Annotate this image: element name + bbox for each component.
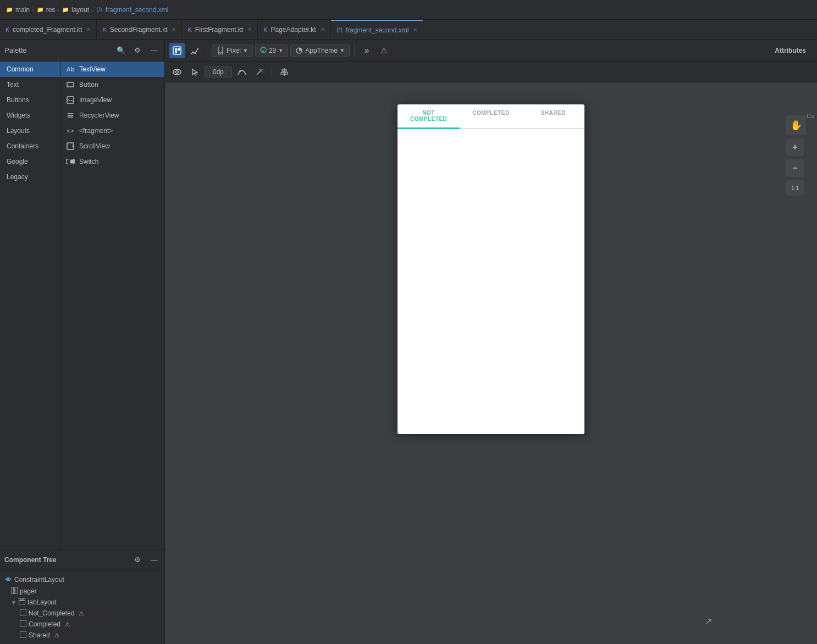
kotlin-icon-4: K xyxy=(263,26,267,33)
center-area: Pixel ▼ A 29 ▼ AppTheme ▼ » ⚠ At xyxy=(165,40,817,644)
constraint-layout-icon xyxy=(4,575,12,584)
more-options-btn[interactable]: » xyxy=(359,43,374,58)
canvas-area[interactable]: NOTCOMPLETED COMPLETED SHARED ↗ ✋ xyxy=(165,82,817,644)
recyclerview-icon xyxy=(66,111,75,120)
category-widgets[interactable]: Widgets xyxy=(0,108,60,123)
breadcrumb-item-file[interactable]: ⟨/⟩ fragment_second.xml xyxy=(96,6,169,14)
category-buttons[interactable]: Buttons xyxy=(0,92,60,108)
category-containers[interactable]: Containers xyxy=(0,138,60,154)
button-icon xyxy=(66,80,75,89)
palette-minimize-btn[interactable]: — xyxy=(148,45,160,57)
xml-icon-tab: ⟨/⟩ xyxy=(336,26,343,34)
palette-item-textview[interactable]: Ab TextView xyxy=(60,62,164,77)
resize-handle[interactable]: ↗ xyxy=(704,615,713,628)
palette-item-imageview[interactable]: ImageView xyxy=(60,92,164,108)
margin-input[interactable] xyxy=(205,66,232,77)
svg-rect-0 xyxy=(67,82,74,87)
blueprint-mode-btn[interactable] xyxy=(187,43,202,58)
zoom-out-btn[interactable]: − xyxy=(786,159,804,177)
palette-item-recyclerview[interactable]: RecyclerView xyxy=(60,108,164,123)
left-panel: Palette 🔍 ⚙ — Common Text Buttons Widget… xyxy=(0,40,165,644)
phone-tab-not-completed[interactable]: NOTCOMPLETED xyxy=(398,104,460,129)
design-mode-btn[interactable] xyxy=(169,43,185,58)
hand-tool-btn[interactable]: ✋ xyxy=(786,115,806,135)
tab-fragment-second-xml[interactable]: ⟨/⟩ fragment_second.xml ✕ xyxy=(331,20,424,39)
breadcrumb-item-layout[interactable]: 📁 layout xyxy=(62,6,89,14)
tree-node-shared[interactable]: Shared ⚠ xyxy=(0,630,164,641)
magic-tool-btn[interactable] xyxy=(252,64,267,80)
palette-content: Common Text Buttons Widgets Layouts Cont… xyxy=(0,62,164,549)
palette-item-switch[interactable]: Switch xyxy=(60,154,164,169)
sep-2 xyxy=(354,45,355,56)
warning-btn[interactable]: ⚠ xyxy=(377,43,392,58)
tree-settings-btn[interactable]: ⚙ xyxy=(131,554,143,566)
svg-point-23 xyxy=(192,51,194,53)
tree-node-completed[interactable]: Completed ⚠ xyxy=(0,619,164,630)
palette-item-fragment[interactable]: <> <fragment> xyxy=(60,123,164,138)
phone-preview: NOTCOMPLETED COMPLETED SHARED xyxy=(398,104,584,434)
warning-icon-2: ⚠ xyxy=(65,621,70,628)
not-completed-label: Not_Completed xyxy=(29,609,74,617)
tab-completed-fragment[interactable]: K completed_Fragment.kt ✕ xyxy=(0,20,97,39)
shared-label: Shared xyxy=(29,631,50,639)
device-chevron: ▼ xyxy=(243,48,248,53)
tab-close-3[interactable]: ✕ xyxy=(247,26,252,32)
palette-item-button[interactable]: Button xyxy=(60,77,164,92)
theme-dropdown[interactable]: AppTheme ▼ xyxy=(290,45,350,57)
category-layouts[interactable]: Layouts xyxy=(0,123,60,138)
tab-first-fragment[interactable]: K FirstFragment.kt ✕ xyxy=(182,20,258,39)
pager-label: pager xyxy=(20,587,37,595)
spline-tool-btn[interactable] xyxy=(234,64,250,80)
tree-node-constraintlayout[interactable]: ConstraintLayout xyxy=(0,574,164,586)
tree-node-tablayout[interactable]: ▼ tabLayout xyxy=(0,597,164,608)
tablayout-label: tabLayout xyxy=(27,598,57,606)
palette-categories: Common Text Buttons Widgets Layouts Cont… xyxy=(0,62,60,549)
folder-icon-3: 📁 xyxy=(62,6,69,14)
tree-minimize-btn[interactable]: — xyxy=(148,554,160,566)
align-btn[interactable] xyxy=(277,64,292,80)
tree-node-not-completed[interactable]: Not_Completed ⚠ xyxy=(0,608,164,619)
zoom-ratio-btn[interactable]: 1:1 xyxy=(786,180,804,196)
warning-icon-1: ⚠ xyxy=(79,610,84,617)
breadcrumb-item-main[interactable]: 📁 main xyxy=(5,6,30,14)
category-common[interactable]: Common xyxy=(0,62,60,77)
tree-node-pager[interactable]: pager xyxy=(0,586,164,597)
constraintlayout-label: ConstraintLayout xyxy=(14,576,64,584)
palette-item-scrollview[interactable]: ScrollView xyxy=(60,138,164,154)
switch-icon xyxy=(66,157,75,166)
phone-tab-completed[interactable]: COMPLETED xyxy=(460,104,522,128)
zoom-in-btn[interactable]: + xyxy=(786,138,804,156)
tab-second-fragment[interactable]: K SecondFragment.kt ✕ xyxy=(97,20,182,39)
category-legacy[interactable]: Legacy xyxy=(0,169,60,185)
phone-tab-bar: NOTCOMPLETED COMPLETED SHARED xyxy=(398,104,584,129)
svg-point-8 xyxy=(70,160,74,164)
tab-close-4[interactable]: ✕ xyxy=(321,26,325,32)
select-mode-btn[interactable] xyxy=(187,64,202,80)
pager-icon xyxy=(11,587,18,595)
category-google[interactable]: Google xyxy=(0,154,60,169)
api-chevron: ▼ xyxy=(278,48,283,53)
xml-icon: ⟨/⟩ xyxy=(96,6,103,14)
palette-settings-btn[interactable]: ⚙ xyxy=(131,45,143,57)
breadcrumb-item-res[interactable]: 📁 res xyxy=(36,6,56,14)
tab-close-2[interactable]: ✕ xyxy=(172,26,176,32)
category-text[interactable]: Text xyxy=(0,77,60,92)
show-layout-btn[interactable] xyxy=(169,64,185,80)
sep-1 xyxy=(207,45,207,56)
svg-point-9 xyxy=(7,578,9,580)
tab-close-1[interactable]: ✕ xyxy=(86,26,91,32)
api-dropdown[interactable]: A 29 ▼ xyxy=(255,45,288,57)
palette-search-btn[interactable]: 🔍 xyxy=(115,45,127,57)
expand-arrow-tablayout[interactable]: ▼ xyxy=(11,599,16,606)
completed-label: Completed xyxy=(29,620,60,628)
phone-tab-shared[interactable]: SHARED xyxy=(522,104,584,128)
svg-text:A: A xyxy=(262,49,264,53)
main-area: Palette 🔍 ⚙ — Common Text Buttons Widget… xyxy=(0,40,817,644)
svg-point-27 xyxy=(220,53,221,54)
device-dropdown[interactable]: Pixel ▼ xyxy=(212,45,253,57)
imageview-icon xyxy=(66,96,75,104)
kotlin-icon-1: K xyxy=(5,26,9,33)
tree-header: Component Tree ⚙ — xyxy=(0,549,164,570)
tab-page-adapter[interactable]: K PageAdapter.kt ✕ xyxy=(258,20,330,39)
tab-close-5[interactable]: ✕ xyxy=(413,27,417,33)
